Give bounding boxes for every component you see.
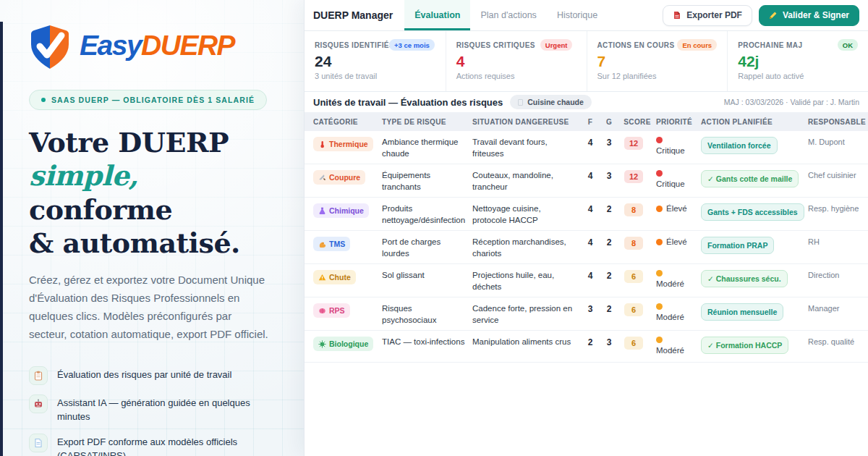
stat-value: 7 [597, 53, 718, 69]
responsible: Manager [808, 303, 859, 314]
table-row[interactable]: Biologique TIAC — toxi-infections Manipu… [305, 331, 868, 363]
planned-action-badge: Formation PRAP [701, 237, 774, 254]
risk-type: Port de charges lourdes [382, 237, 472, 259]
priority-dot [656, 137, 663, 143]
dangerous-situation: Réception marchandises, chariots [472, 237, 581, 259]
dangerous-situation: Nettoyage cuisine, protocole HACCP [472, 203, 581, 226]
table-row[interactable]: Coupure Équipements tranchants Couteaux,… [305, 164, 868, 198]
score-badge: 8 [624, 237, 643, 250]
gravity-value: 3 [600, 137, 618, 148]
table-row[interactable]: Chimique Produits nettoyage/désinfection… [305, 198, 868, 231]
microbe-icon [318, 340, 326, 348]
missing-emoji-box [518, 99, 523, 106]
category-badge: Biologique [313, 337, 373, 351]
score-badge: 6 [624, 337, 643, 350]
score-badge: 8 [624, 203, 643, 216]
planned-action-badge: Réunion mensuelle [701, 303, 783, 321]
table-row[interactable]: Thermique Ambiance thermique chaude Trav… [305, 131, 868, 164]
priority-dot [656, 239, 663, 245]
frequency-value: 3 [581, 303, 600, 315]
feature-list: Évaluation des risques par unité de trav… [29, 366, 276, 456]
feature-label: Assistant IA — génération guidée en quel… [57, 394, 274, 424]
risk-type: TIAC — toxi-infections [382, 337, 472, 348]
hero-description: Créez, gérez et exportez votre Document … [29, 271, 272, 343]
feature-item: Évaluation des risques par unité de trav… [29, 366, 276, 385]
app-preview-panel: DUERP Manager Évaluation Plan d'actions … [304, 0, 868, 456]
risk-type: Risques psychosociaux [382, 303, 472, 326]
priority-label: Modéré [656, 312, 684, 324]
page-title: Votre DUERP simple, conforme & automatis… [29, 126, 276, 260]
category-badge: Chimique [313, 203, 369, 218]
priority-label: Modéré [656, 279, 684, 290]
category-badge: Coupure [313, 170, 365, 185]
section-title: Unités de travail — Évaluation des risqu… [313, 97, 503, 108]
priority-label: Élevé [666, 237, 687, 248]
gravity-value: 3 [600, 170, 618, 182]
priority-dot [656, 303, 663, 310]
responsible: Resp. hygiène [808, 203, 859, 214]
section-meta: MAJ : 03/03/2026 · Validé par : J. Marti… [724, 98, 859, 106]
stat-badge: +3 ce mois [389, 39, 435, 51]
muscle-icon [318, 240, 326, 248]
document-icon [29, 434, 48, 452]
responsible: M. Dupont [808, 137, 859, 148]
risk-type: Ambiance thermique chaude [382, 137, 472, 159]
priority-label: Élevé [666, 203, 687, 215]
thermometer-icon [318, 140, 326, 148]
stat-value: 24 [315, 53, 435, 69]
landing-page: EasyDUERP SAAS DUERP — OBLIGATOIRE DÈS 1… [0, 0, 868, 456]
frequency-value: 4 [581, 170, 600, 182]
table-row[interactable]: Chute Sol glissant Projections huile, ea… [305, 264, 868, 297]
tab-evaluation[interactable]: Évaluation [404, 0, 470, 30]
stat-prochaine-maj: PROCHAINE MAJOK 42j Rappel auto activé [727, 31, 868, 91]
risk-type: Sol glissant [382, 270, 472, 282]
table-row[interactable]: RPS Risques psychosociaux Cadence forte,… [305, 297, 868, 331]
table-row[interactable]: TMS Port de charges lourdes Réception ma… [305, 231, 868, 264]
stat-value: 42j [738, 53, 858, 69]
warning-icon [318, 274, 326, 282]
frequency-value: 4 [581, 203, 600, 215]
frequency-value: 4 [581, 270, 600, 282]
stat-sub: 3 unités de travail [315, 72, 435, 80]
gravity-value: 3 [600, 337, 618, 348]
tab-historique[interactable]: Historique [547, 0, 608, 30]
planned-action-badge: ✓ Gants cotte de maille [701, 170, 799, 187]
priority-label: Modéré [656, 345, 684, 357]
dangerous-situation: Couteaux, mandoline, trancheur [472, 170, 581, 193]
stat-sub: Rappel auto activé [738, 72, 858, 80]
category-badge: RPS [313, 303, 350, 318]
frequency-value: 4 [581, 237, 600, 248]
brain-icon [318, 307, 326, 315]
pen-icon [769, 11, 778, 20]
score-badge: 6 [624, 270, 643, 283]
stat-risques-identifies: RISQUES IDENTIFIÉS+3 ce mois 24 3 unités… [305, 31, 446, 91]
responsible: Chef cuisinier [808, 170, 859, 181]
risk-type: Produits nettoyage/désinfection [382, 203, 472, 226]
app-topbar: DUERP Manager Évaluation Plan d'actions … [305, 0, 868, 31]
category-badge: Chute [313, 270, 356, 284]
gravity-value: 2 [600, 303, 618, 315]
stat-badge: En cours [677, 39, 717, 51]
category-badge: Thermique [313, 137, 373, 151]
dot-icon [41, 98, 46, 102]
export-pdf-button[interactable]: Exporter PDF [663, 5, 752, 26]
dangerous-situation: Projections huile, eau, déchets [472, 270, 581, 292]
tab-bar: Évaluation Plan d'actions Historique [404, 0, 608, 30]
stat-badge: Urgent [540, 39, 573, 51]
score-badge: 12 [624, 170, 643, 183]
risk-type: Équipements tranchants [382, 170, 472, 193]
stats-row: RISQUES IDENTIFIÉS+3 ce mois 24 3 unités… [305, 31, 868, 92]
app-title: DUERP Manager [313, 9, 393, 21]
score-badge: 6 [624, 303, 643, 316]
planned-action-badge: ✓ Chaussures sécu. [701, 270, 788, 287]
stat-sub: Sur 12 planifiées [597, 72, 718, 80]
validate-sign-button[interactable]: Valider & Signer [759, 5, 859, 26]
robot-icon [29, 394, 48, 413]
shield-check-icon [29, 24, 71, 70]
unit-filter-pill[interactable]: Cuisine chaude [510, 95, 592, 109]
table-header: CATÉGORIE TYPE DE RISQUE SITUATION DANGE… [305, 112, 868, 131]
frequency-value: 4 [581, 137, 600, 148]
tab-plan-actions[interactable]: Plan d'actions [470, 0, 546, 30]
knife-icon [318, 174, 326, 182]
priority-dot [656, 337, 663, 343]
